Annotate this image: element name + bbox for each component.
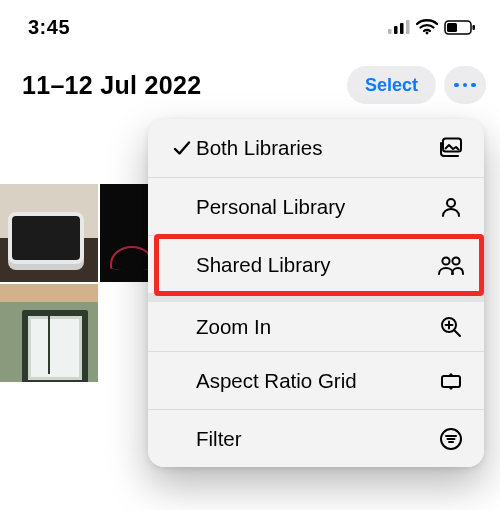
menu-item-personal-library[interactable]: Personal Library [148,177,484,235]
checkmark-icon [168,140,196,156]
svg-rect-1 [394,26,398,34]
svg-point-4 [426,32,429,35]
person-icon [436,196,466,218]
more-button[interactable] [444,66,486,104]
stacked-photos-icon [436,137,466,159]
svg-line-13 [455,330,461,336]
options-menu: Both Libraries Personal Library Shared L… [148,119,484,467]
aspect-ratio-icon [436,370,466,392]
svg-rect-7 [473,25,476,30]
menu-item-filter[interactable]: Filter [148,409,484,467]
cellular-icon [388,20,410,34]
menu-item-zoom-in[interactable]: Zoom In [148,293,484,351]
photo-thumbnail[interactable] [0,284,98,382]
thumbnail-clock-readout: 1:32 [26,231,51,246]
menu-item-shared-library[interactable]: Shared Library [148,235,484,293]
svg-point-9 [447,199,455,207]
header-row: 11–12 Jul 2022 Select [0,46,500,116]
ellipsis-icon [454,83,459,88]
zoom-in-icon [436,315,466,339]
ellipsis-icon [463,83,468,88]
svg-rect-6 [447,23,457,32]
menu-item-label: Shared Library [196,253,436,277]
status-time: 3:45 [28,16,70,39]
people-icon [436,254,466,276]
status-bar: 3:45 [0,0,500,46]
select-button[interactable]: Select [347,66,436,104]
photo-thumbnail[interactable]: 1:32 [0,184,98,282]
svg-rect-3 [406,20,410,34]
page-title: 11–12 Jul 2022 [22,71,339,100]
ellipsis-icon [471,83,476,88]
filter-icon [436,427,466,451]
svg-rect-16 [442,376,460,387]
battery-icon [444,20,476,35]
menu-item-label: Zoom In [196,315,436,339]
svg-point-10 [442,257,449,264]
menu-item-both-libraries[interactable]: Both Libraries [148,119,484,177]
wifi-icon [416,19,438,35]
svg-rect-2 [400,23,404,34]
menu-item-aspect-ratio-grid[interactable]: Aspect Ratio Grid [148,351,484,409]
menu-item-label: Filter [196,427,436,451]
status-icons [388,19,476,35]
menu-item-label: Aspect Ratio Grid [196,369,436,393]
svg-point-11 [452,257,459,264]
menu-item-label: Both Libraries [196,136,436,160]
select-button-label: Select [365,75,418,96]
menu-item-label: Personal Library [196,195,436,219]
svg-rect-0 [388,29,392,34]
